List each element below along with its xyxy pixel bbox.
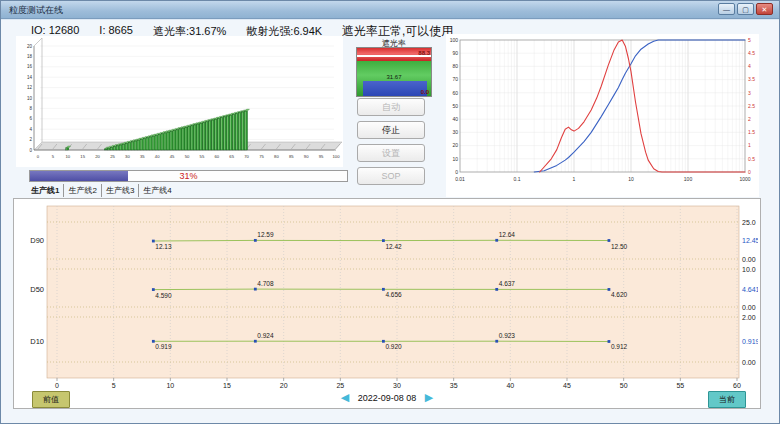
- svg-text:18: 18: [27, 54, 33, 59]
- svg-text:65: 65: [229, 154, 234, 159]
- settings-button[interactable]: 设置: [357, 144, 425, 162]
- maximize-icon[interactable]: ▢: [737, 3, 754, 15]
- svg-text:30: 30: [125, 154, 130, 159]
- svg-text:D90: D90: [30, 236, 44, 245]
- svg-text:60: 60: [733, 382, 741, 389]
- svg-text:1000: 1000: [739, 176, 750, 182]
- svg-text:2: 2: [29, 137, 32, 142]
- gauge-value-label: 31.67: [357, 74, 431, 80]
- svg-text:55: 55: [200, 154, 205, 159]
- svg-text:12: 12: [27, 85, 33, 90]
- svg-text:0: 0: [29, 148, 32, 153]
- progress-percent-label: 31%: [30, 171, 347, 182]
- svg-text:0: 0: [37, 154, 40, 159]
- auto-button[interactable]: 自动: [357, 98, 425, 116]
- svg-text:1: 1: [573, 176, 576, 182]
- svg-text:D50: D50: [30, 285, 44, 294]
- svg-text:40: 40: [506, 382, 514, 389]
- current-date-label: 2022-09-08 08: [358, 393, 417, 403]
- svg-text:4.708: 4.708: [257, 280, 274, 287]
- close-icon[interactable]: ✕: [756, 3, 773, 15]
- svg-text:90: 90: [452, 50, 458, 56]
- svg-text:12.45: 12.45: [742, 237, 758, 244]
- tab-production-line-3[interactable]: 生产线3: [102, 184, 139, 197]
- svg-text:95: 95: [319, 154, 324, 159]
- svg-text:25: 25: [336, 382, 344, 389]
- svg-text:2: 2: [748, 116, 751, 122]
- svg-text:30: 30: [452, 129, 458, 135]
- svg-text:35: 35: [140, 154, 145, 159]
- svg-text:10: 10: [65, 154, 70, 159]
- svg-text:3: 3: [748, 90, 751, 96]
- svg-text:2.5: 2.5: [748, 103, 755, 109]
- svg-text:70: 70: [244, 154, 249, 159]
- svg-text:45: 45: [170, 154, 175, 159]
- next-date-arrow-icon[interactable]: ▶: [425, 391, 433, 403]
- svg-text:100: 100: [333, 154, 341, 159]
- svg-text:90: 90: [304, 154, 309, 159]
- svg-text:0: 0: [455, 169, 458, 175]
- title-bar: 粒度测试在线 — ▢ ✕: [1, 1, 779, 19]
- svg-text:0.923: 0.923: [499, 332, 516, 339]
- svg-text:20: 20: [95, 154, 100, 159]
- svg-text:12.13: 12.13: [155, 243, 172, 250]
- svg-text:40: 40: [155, 154, 160, 159]
- svg-text:1: 1: [748, 142, 751, 148]
- svg-text:0.920: 0.920: [385, 343, 402, 350]
- svg-text:10: 10: [27, 96, 33, 101]
- svg-text:6: 6: [29, 116, 32, 121]
- app-window: 粒度测试在线 — ▢ ✕ IO: 12680 I: 8665 遮光率:31.67…: [0, 0, 780, 424]
- svg-text:4.641: 4.641: [742, 286, 758, 293]
- gauge-title: 遮光率: [356, 38, 432, 47]
- current-button[interactable]: 当前: [708, 391, 746, 408]
- svg-text:70: 70: [452, 76, 458, 82]
- svg-text:100: 100: [684, 176, 693, 182]
- svg-text:1.5: 1.5: [748, 129, 755, 135]
- svg-text:15: 15: [80, 154, 85, 159]
- svg-text:10: 10: [628, 176, 634, 182]
- stop-button[interactable]: 停止: [357, 121, 425, 139]
- svg-text:D10: D10: [30, 337, 44, 346]
- scatter-histogram-chart: 0246810121416182005101520253035404550556…: [16, 36, 343, 167]
- size-distribution-chart: 010203040506070809010000.511.522.533.544…: [446, 34, 759, 197]
- svg-text:4: 4: [29, 127, 32, 132]
- window-title: 粒度测试在线: [9, 4, 63, 17]
- measure-progress-bar: 31%: [29, 170, 348, 182]
- svg-text:60: 60: [452, 90, 458, 96]
- svg-text:4.656: 4.656: [385, 291, 402, 298]
- svg-text:12.64: 12.64: [499, 231, 516, 238]
- sop-button[interactable]: SOP: [357, 167, 425, 185]
- svg-text:3.5: 3.5: [748, 76, 755, 82]
- svg-text:2.00: 2.00: [742, 314, 756, 321]
- tab-production-line-4[interactable]: 生产线4: [139, 184, 175, 197]
- svg-text:55: 55: [676, 382, 684, 389]
- svg-text:100: 100: [450, 37, 459, 43]
- svg-text:0.919: 0.919: [155, 343, 172, 350]
- client-area: IO: 12680 I: 8665 遮光率:31.67% 散射光强:6.94K …: [1, 20, 779, 423]
- production-line-tabs: 生产线1 生产线2 生产线3 生产线4: [27, 184, 176, 197]
- svg-text:80: 80: [452, 63, 458, 69]
- svg-text:0: 0: [55, 382, 59, 389]
- svg-text:5: 5: [112, 382, 116, 389]
- prev-date-arrow-icon[interactable]: ◀: [341, 391, 349, 403]
- svg-text:50: 50: [185, 154, 190, 159]
- minimize-icon[interactable]: —: [718, 3, 735, 15]
- svg-text:15: 15: [223, 382, 231, 389]
- trend-footer: 前值 ◀ 2022-09-08 08 ▶ 当前: [14, 391, 760, 406]
- svg-text:0.01: 0.01: [455, 176, 465, 182]
- tab-production-line-1[interactable]: 生产线1: [27, 184, 64, 197]
- svg-text:30: 30: [393, 382, 401, 389]
- svg-text:35: 35: [450, 382, 458, 389]
- svg-text:0: 0: [748, 169, 751, 175]
- gauge-threshold-label: 88.3: [418, 50, 430, 56]
- svg-text:4.637: 4.637: [499, 280, 516, 287]
- d-value-trend-chart: 05101520253035404550556025.00.0012.45D90…: [14, 199, 758, 389]
- svg-text:60: 60: [214, 154, 219, 159]
- svg-text:4.590: 4.590: [155, 292, 172, 299]
- svg-text:16: 16: [27, 64, 33, 69]
- svg-text:25.0: 25.0: [742, 219, 756, 226]
- tab-production-line-2[interactable]: 生产线2: [64, 184, 101, 197]
- obscuration-gauge: 遮光率 88.3 31.67 0.0: [356, 38, 432, 97]
- svg-text:45: 45: [563, 382, 571, 389]
- svg-text:5: 5: [52, 154, 55, 159]
